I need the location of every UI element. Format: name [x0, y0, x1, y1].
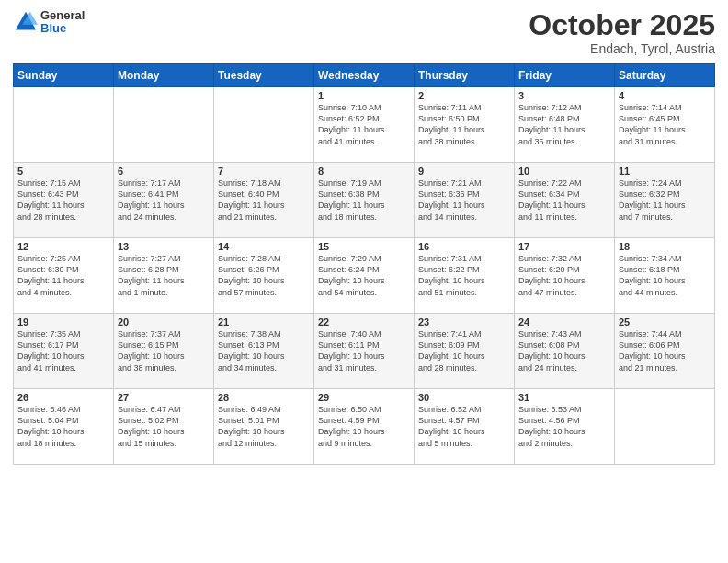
day-info: Sunrise: 6:50 AM Sunset: 4:59 PM Dayligh… — [318, 404, 410, 449]
day-info: Sunrise: 7:41 AM Sunset: 6:09 PM Dayligh… — [418, 328, 510, 373]
logo-blue-text: Blue — [40, 22, 85, 35]
week-row-3: 19Sunrise: 7:35 AM Sunset: 6:17 PM Dayli… — [14, 314, 715, 389]
day-info: Sunrise: 7:32 AM Sunset: 6:20 PM Dayligh… — [518, 253, 610, 298]
calendar-cell: 20Sunrise: 7:37 AM Sunset: 6:15 PM Dayli… — [114, 314, 214, 389]
day-number: 29 — [318, 392, 410, 403]
location: Endach, Tyrol, Austria — [529, 41, 715, 56]
calendar-cell: 13Sunrise: 7:27 AM Sunset: 6:28 PM Dayli… — [114, 238, 214, 314]
day-number: 5 — [17, 166, 109, 177]
calendar-cell: 6Sunrise: 7:17 AM Sunset: 6:41 PM Daylig… — [114, 163, 214, 238]
week-row-1: 5Sunrise: 7:15 AM Sunset: 6:43 PM Daylig… — [14, 163, 715, 238]
calendar-header-saturday: Saturday — [615, 64, 715, 87]
calendar-cell: 18Sunrise: 7:34 AM Sunset: 6:18 PM Dayli… — [615, 238, 715, 314]
calendar-cell — [615, 389, 715, 465]
day-number: 31 — [518, 392, 610, 403]
calendar-cell — [114, 87, 214, 163]
calendar-cell: 21Sunrise: 7:38 AM Sunset: 6:13 PM Dayli… — [214, 314, 314, 389]
calendar-header-wednesday: Wednesday — [314, 64, 415, 87]
day-info: Sunrise: 7:17 AM Sunset: 6:41 PM Dayligh… — [118, 178, 210, 223]
day-number: 22 — [318, 316, 410, 327]
day-number: 9 — [418, 166, 510, 177]
calendar-cell: 26Sunrise: 6:46 AM Sunset: 5:04 PM Dayli… — [14, 389, 114, 465]
calendar-cell: 25Sunrise: 7:44 AM Sunset: 6:06 PM Dayli… — [615, 314, 715, 389]
page: General Blue October 2025 Endach, Tyrol,… — [0, 0, 728, 563]
calendar-cell: 16Sunrise: 7:31 AM Sunset: 6:22 PM Dayli… — [415, 238, 515, 314]
day-info: Sunrise: 7:44 AM Sunset: 6:06 PM Dayligh… — [619, 328, 711, 373]
day-info: Sunrise: 6:52 AM Sunset: 4:57 PM Dayligh… — [418, 404, 510, 449]
day-number: 4 — [619, 90, 711, 101]
day-number: 23 — [418, 316, 510, 327]
calendar-cell: 29Sunrise: 6:50 AM Sunset: 4:59 PM Dayli… — [314, 389, 415, 465]
calendar-cell: 12Sunrise: 7:25 AM Sunset: 6:30 PM Dayli… — [14, 238, 114, 314]
day-number: 2 — [418, 90, 510, 101]
day-info: Sunrise: 7:11 AM Sunset: 6:50 PM Dayligh… — [418, 102, 510, 147]
calendar-cell: 22Sunrise: 7:40 AM Sunset: 6:11 PM Dayli… — [314, 314, 415, 389]
day-number: 21 — [218, 316, 310, 327]
day-info: Sunrise: 7:35 AM Sunset: 6:17 PM Dayligh… — [17, 328, 109, 373]
calendar-cell: 10Sunrise: 7:22 AM Sunset: 6:34 PM Dayli… — [515, 163, 615, 238]
calendar-cell: 1Sunrise: 7:10 AM Sunset: 6:52 PM Daylig… — [314, 87, 415, 163]
calendar-cell: 23Sunrise: 7:41 AM Sunset: 6:09 PM Dayli… — [415, 314, 515, 389]
logo-general-text: General — [40, 9, 85, 22]
calendar-cell: 11Sunrise: 7:24 AM Sunset: 6:32 PM Dayli… — [615, 163, 715, 238]
day-info: Sunrise: 7:38 AM Sunset: 6:13 PM Dayligh… — [218, 328, 310, 373]
calendar-header-sunday: Sunday — [14, 64, 114, 87]
calendar-cell: 28Sunrise: 6:49 AM Sunset: 5:01 PM Dayli… — [214, 389, 314, 465]
day-info: Sunrise: 7:24 AM Sunset: 6:32 PM Dayligh… — [619, 178, 711, 223]
calendar-cell: 4Sunrise: 7:14 AM Sunset: 6:45 PM Daylig… — [615, 87, 715, 163]
logo-icon — [13, 9, 39, 35]
day-number: 13 — [118, 241, 210, 252]
calendar-cell: 14Sunrise: 7:28 AM Sunset: 6:26 PM Dayli… — [214, 238, 314, 314]
calendar-table: SundayMondayTuesdayWednesdayThursdayFrid… — [13, 63, 715, 465]
month-title: October 2025 — [529, 9, 715, 41]
day-info: Sunrise: 7:37 AM Sunset: 6:15 PM Dayligh… — [118, 328, 210, 373]
calendar-header-friday: Friday — [515, 64, 615, 87]
day-number: 6 — [118, 166, 210, 177]
calendar-cell: 15Sunrise: 7:29 AM Sunset: 6:24 PM Dayli… — [314, 238, 415, 314]
day-info: Sunrise: 7:27 AM Sunset: 6:28 PM Dayligh… — [118, 253, 210, 298]
day-number: 11 — [619, 166, 711, 177]
calendar-header-row: SundayMondayTuesdayWednesdayThursdayFrid… — [14, 64, 715, 87]
day-number: 30 — [418, 392, 510, 403]
day-info: Sunrise: 7:18 AM Sunset: 6:40 PM Dayligh… — [218, 178, 310, 223]
day-number: 28 — [218, 392, 310, 403]
logo: General Blue — [13, 9, 85, 36]
week-row-0: 1Sunrise: 7:10 AM Sunset: 6:52 PM Daylig… — [14, 87, 715, 163]
day-info: Sunrise: 6:49 AM Sunset: 5:01 PM Dayligh… — [218, 404, 310, 449]
day-number: 15 — [318, 241, 410, 252]
day-info: Sunrise: 7:28 AM Sunset: 6:26 PM Dayligh… — [218, 253, 310, 298]
day-info: Sunrise: 6:53 AM Sunset: 4:56 PM Dayligh… — [518, 404, 610, 449]
day-info: Sunrise: 7:15 AM Sunset: 6:43 PM Dayligh… — [17, 178, 109, 223]
day-info: Sunrise: 7:14 AM Sunset: 6:45 PM Dayligh… — [619, 102, 711, 147]
day-number: 16 — [418, 241, 510, 252]
calendar-header-thursday: Thursday — [415, 64, 515, 87]
calendar-cell: 24Sunrise: 7:43 AM Sunset: 6:08 PM Dayli… — [515, 314, 615, 389]
calendar-cell — [14, 87, 114, 163]
day-info: Sunrise: 7:40 AM Sunset: 6:11 PM Dayligh… — [318, 328, 410, 373]
day-info: Sunrise: 7:21 AM Sunset: 6:36 PM Dayligh… — [418, 178, 510, 223]
calendar-cell: 17Sunrise: 7:32 AM Sunset: 6:20 PM Dayli… — [515, 238, 615, 314]
day-number: 1 — [318, 90, 410, 101]
day-number: 10 — [518, 166, 610, 177]
calendar-cell: 3Sunrise: 7:12 AM Sunset: 6:48 PM Daylig… — [515, 87, 615, 163]
day-number: 12 — [17, 241, 109, 252]
day-number: 14 — [218, 241, 310, 252]
day-info: Sunrise: 7:29 AM Sunset: 6:24 PM Dayligh… — [318, 253, 410, 298]
calendar-cell: 19Sunrise: 7:35 AM Sunset: 6:17 PM Dayli… — [14, 314, 114, 389]
calendar-cell — [214, 87, 314, 163]
calendar-cell: 30Sunrise: 6:52 AM Sunset: 4:57 PM Dayli… — [415, 389, 515, 465]
day-info: Sunrise: 7:25 AM Sunset: 6:30 PM Dayligh… — [17, 253, 109, 298]
day-number: 20 — [118, 316, 210, 327]
header: General Blue October 2025 Endach, Tyrol,… — [13, 9, 715, 56]
title-block: October 2025 Endach, Tyrol, Austria — [529, 9, 715, 56]
calendar-header-monday: Monday — [114, 64, 214, 87]
calendar-cell: 31Sunrise: 6:53 AM Sunset: 4:56 PM Dayli… — [515, 389, 615, 465]
day-number: 18 — [619, 241, 711, 252]
day-info: Sunrise: 6:47 AM Sunset: 5:02 PM Dayligh… — [118, 404, 210, 449]
day-number: 24 — [518, 316, 610, 327]
day-number: 3 — [518, 90, 610, 101]
calendar-cell: 7Sunrise: 7:18 AM Sunset: 6:40 PM Daylig… — [214, 163, 314, 238]
calendar-header-tuesday: Tuesday — [214, 64, 314, 87]
week-row-4: 26Sunrise: 6:46 AM Sunset: 5:04 PM Dayli… — [14, 389, 715, 465]
day-info: Sunrise: 7:19 AM Sunset: 6:38 PM Dayligh… — [318, 178, 410, 223]
